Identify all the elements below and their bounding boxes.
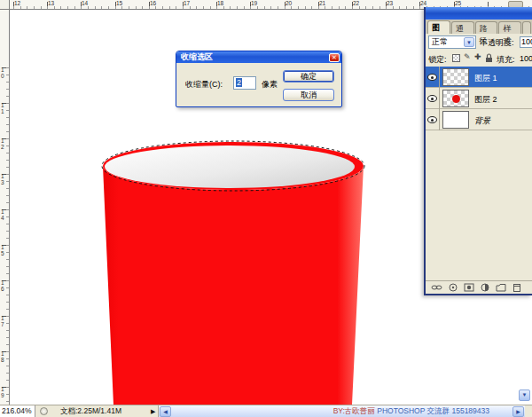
ruler-number: 18 bbox=[1, 351, 6, 363]
ruler-origin-box[interactable] bbox=[0, 0, 10, 10]
link-layers-icon[interactable] bbox=[431, 283, 442, 292]
palette-tabs: 图层 通道 路径 样式 bbox=[426, 20, 532, 34]
ruler-number: 21 bbox=[319, 0, 325, 6]
watermark-text: BY:古欧普丽 PHOTOSHOP 交流群 155189433 bbox=[333, 405, 489, 417]
tab-partial[interactable] bbox=[522, 21, 531, 34]
close-icon[interactable]: ✕ bbox=[329, 53, 340, 62]
ok-button[interactable]: 确定 bbox=[283, 70, 334, 83]
cup-rim bbox=[103, 142, 364, 190]
eye-icon[interactable] bbox=[427, 74, 437, 81]
layer-name[interactable]: 背景 bbox=[474, 115, 490, 127]
blend-mode-select[interactable]: 正常 ▼ bbox=[428, 35, 476, 49]
lock-row: 锁定: ✎ ✚ 填充: 100 bbox=[426, 51, 532, 67]
ruler-number: 16 bbox=[1, 280, 6, 292]
lock-position-icon[interactable]: ✚ bbox=[474, 52, 481, 61]
status-bar: 216.04% 文档:2.25M/1.41M ▶ ◀ BY:古欧普丽 PHOTO… bbox=[0, 405, 532, 417]
layer1-thumbnail[interactable] bbox=[442, 68, 469, 86]
ruler-number: 15 bbox=[1, 245, 6, 256]
ruler-number: 24 bbox=[420, 0, 426, 6]
ruler-number: 19 bbox=[251, 0, 257, 6]
vertical-ruler[interactable]: 10 11 12 13 14 15 16 17 18 19 bbox=[0, 10, 10, 405]
layer-style-icon[interactable] bbox=[449, 283, 458, 292]
horizontal-scrollbar[interactable]: ◀ BY:古欧普丽 PHOTOSHOP 交流群 155189433 ▶ bbox=[158, 405, 525, 417]
fill-value[interactable]: 100 bbox=[520, 54, 532, 63]
opacity-label: 不透明度: bbox=[480, 37, 514, 49]
selected-input-text: 2 bbox=[236, 78, 242, 87]
hscroll-left-arrow[interactable]: ◀ bbox=[160, 406, 171, 417]
watermark-author: BY:古欧普丽 bbox=[333, 406, 378, 415]
chevron-down-icon[interactable]: ▼ bbox=[464, 37, 474, 47]
lock-label: 锁定: bbox=[428, 54, 447, 66]
status-flyout-arrow[interactable]: ▶ bbox=[151, 405, 155, 417]
layer-mask-icon[interactable] bbox=[464, 283, 474, 292]
visibility-cell[interactable] bbox=[426, 109, 440, 130]
selection-marching-ants bbox=[102, 141, 364, 191]
lock-all-icon[interactable] bbox=[485, 53, 493, 63]
photoshop-window: 12 13 14 15 16 17 18 19 20 21 22 23 24 2… bbox=[0, 0, 532, 417]
ruler-number: 19 bbox=[1, 387, 6, 398]
visibility-cell[interactable] bbox=[426, 88, 440, 109]
ruler-number: 10 bbox=[1, 67, 6, 79]
red-dot-preview bbox=[452, 95, 460, 103]
tab-channels[interactable]: 通道 bbox=[451, 21, 474, 34]
eye-icon[interactable] bbox=[427, 116, 437, 123]
palette-bottom-bar bbox=[426, 280, 532, 294]
blend-mode-value: 正常 bbox=[432, 37, 448, 46]
layer-name[interactable]: 图层 1 bbox=[474, 73, 497, 84]
tab-styles[interactable]: 样式 bbox=[498, 21, 521, 34]
vscroll-down-arrow[interactable]: ▼ bbox=[519, 389, 530, 401]
fill-label: 填充: bbox=[497, 54, 515, 66]
lock-transparency-icon[interactable] bbox=[452, 54, 460, 62]
visibility-cell[interactable] bbox=[426, 67, 440, 88]
eye-icon[interactable] bbox=[427, 95, 437, 102]
ruler-number: 13 bbox=[48, 0, 54, 6]
dialog-title[interactable]: 收缩选区 bbox=[176, 51, 341, 63]
new-group-icon[interactable] bbox=[496, 283, 506, 292]
cup-body bbox=[103, 166, 364, 405]
watermark-group: PHOTOSHOP 交流群 155189433 bbox=[377, 406, 489, 415]
ruler-number: 14 bbox=[1, 209, 6, 221]
tab-paths[interactable]: 路径 bbox=[475, 21, 498, 34]
layer-row-background[interactable]: 背景 bbox=[426, 109, 532, 130]
background-thumbnail[interactable] bbox=[442, 111, 469, 129]
lock-paint-icon[interactable]: ✎ bbox=[464, 52, 471, 61]
ruler-number: 12 bbox=[1, 138, 6, 150]
ruler-number: 13 bbox=[1, 174, 6, 185]
ruler-number: 15 bbox=[116, 0, 122, 6]
opacity-value[interactable]: 100 bbox=[520, 36, 532, 48]
status-icon bbox=[40, 407, 48, 415]
layer-row-layer2[interactable]: 图层 2 bbox=[426, 88, 532, 109]
contract-amount-label: 收缩量(C): bbox=[185, 79, 223, 90]
contract-amount-input[interactable]: 2 bbox=[233, 76, 256, 90]
contract-selection-dialog: 收缩选区 ✕ 收缩量(C): 2 像素 确定 取消 bbox=[176, 51, 342, 107]
document-size-info: 文档:2.25M/1.41M bbox=[60, 405, 121, 417]
ruler-number: 14 bbox=[82, 0, 88, 6]
zoom-level-field[interactable]: 216.04% bbox=[0, 405, 35, 417]
ruler-number: 23 bbox=[387, 0, 393, 6]
ruler-number: 25 bbox=[455, 0, 461, 6]
tab-layers[interactable]: 图层 bbox=[427, 20, 450, 34]
ruler-number: 16 bbox=[150, 0, 156, 6]
layer-row-layer1[interactable]: 图层 1 bbox=[426, 67, 532, 88]
cup-interior bbox=[105, 146, 355, 188]
layer-name[interactable]: 图层 2 bbox=[474, 94, 497, 106]
layer2-thumbnail[interactable] bbox=[442, 90, 469, 107]
cancel-button[interactable]: 取消 bbox=[283, 89, 334, 101]
ruler-number: 11 bbox=[1, 103, 6, 114]
hscroll-right-arrow[interactable]: ▶ bbox=[512, 406, 524, 417]
new-layer-icon[interactable] bbox=[512, 283, 521, 293]
ruler-number: 12 bbox=[14, 0, 20, 6]
ruler-number: 17 bbox=[1, 316, 6, 327]
ruler-number: 17 bbox=[184, 0, 190, 6]
layers-palette: 图层 通道 路径 样式 正常 ▼ 不透明度: 100 锁定: ✎ ✚ 填充: 1… bbox=[424, 7, 532, 295]
adjustment-layer-icon[interactable] bbox=[481, 283, 489, 292]
pixels-unit-label: 像素 bbox=[262, 79, 278, 90]
scrollbar-corner bbox=[525, 405, 532, 417]
blend-mode-row: 正常 ▼ 不透明度: 100 bbox=[426, 34, 532, 51]
ruler-number: 18 bbox=[217, 0, 223, 6]
ruler-number: 20 bbox=[286, 0, 292, 6]
palette-title-bar[interactable] bbox=[426, 7, 532, 20]
ruler-number: 22 bbox=[353, 0, 359, 6]
